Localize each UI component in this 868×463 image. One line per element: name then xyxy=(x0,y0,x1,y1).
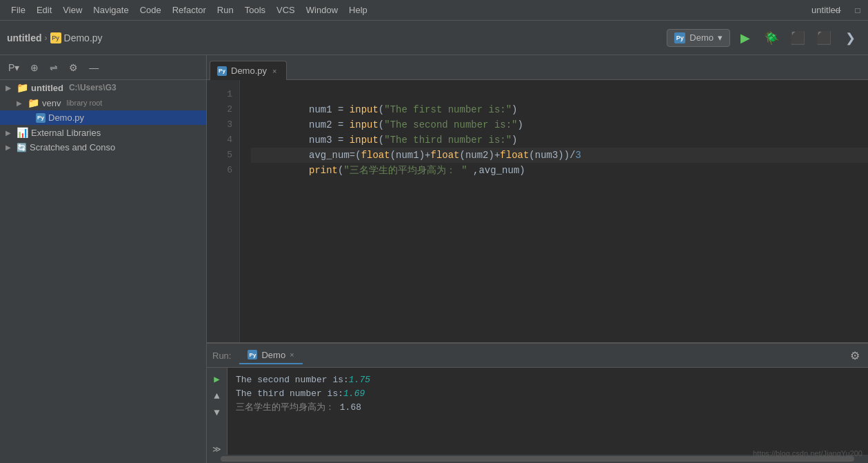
more-button[interactable]: ❯ xyxy=(839,27,861,49)
menu-vcs[interactable]: VCS xyxy=(271,2,301,18)
console-output: The second number is:1.75 The third numb… xyxy=(228,368,868,455)
menu-navigate[interactable]: Navigate xyxy=(88,2,134,18)
menu-refactor[interactable]: Refactor xyxy=(167,2,212,18)
tab-label: Demo.py xyxy=(231,66,267,76)
menu-bar: File Edit View Navigate Code Refactor Ru… xyxy=(0,0,868,21)
editor-tab-bar: Py Demo.py × xyxy=(207,55,868,80)
maximize-button[interactable]: □ xyxy=(847,0,868,21)
console-line-2: The third number is:1.69 xyxy=(236,387,860,401)
tree-meta-venv: library root xyxy=(66,99,102,107)
tree-item-untitled[interactable]: ▶ 📁 untitled C:\Users\G3 xyxy=(0,80,206,95)
folder-icon: 📁 xyxy=(28,97,39,108)
sidebar-settings-button[interactable]: ⚙ xyxy=(66,61,81,75)
menu-help[interactable]: Help xyxy=(343,2,373,18)
toolbar-right: Py Demo ▾ ▶ 🪲 ⬛ ⬛ ❯ xyxy=(667,27,861,49)
py-file-icon: Py xyxy=(36,113,46,123)
main-content: P▾ ⊕ ⇌ ⚙ — ▶ 📁 untitled C:\Users\G3 ▶ 📁 … xyxy=(0,55,868,463)
tree-item-demo-py[interactable]: Py Demo.py xyxy=(0,110,206,125)
line-num-1: 1 xyxy=(207,87,239,102)
tree-item-scratches[interactable]: ▶ 🔄 Scratches and Conso xyxy=(0,140,206,155)
menu-file[interactable]: File xyxy=(6,2,31,18)
console-line-3: 三名学生的平均身高为： 1.68 xyxy=(236,401,860,415)
tree-item-external-libs[interactable]: ▶ 📊 External Libraries xyxy=(0,125,206,140)
bottom-tab-close-button[interactable]: × xyxy=(290,351,294,359)
chevron-icon: ▶ xyxy=(6,84,14,92)
run-button[interactable]: ▶ xyxy=(734,27,756,49)
breadcrumb-project: untitled xyxy=(7,32,42,43)
console-avg-value: 1.68 xyxy=(334,402,361,413)
console-up-button[interactable]: ▲ xyxy=(214,391,219,402)
add-content-button[interactable]: ⊕ xyxy=(28,61,41,75)
step-over-button[interactable]: ⬛ xyxy=(787,27,809,49)
bottom-tab-bar: Run: Py Demo × ⚙ xyxy=(207,344,868,368)
bottom-tab-right: ⚙ xyxy=(847,346,862,365)
menu-edit[interactable]: Edit xyxy=(31,2,57,18)
folder-icon: 📁 xyxy=(17,82,28,93)
sidebar-collapse-button[interactable]: — xyxy=(86,61,101,75)
line-num-6: 6 xyxy=(207,163,239,178)
console-value-1: 1.75 xyxy=(349,375,370,385)
tab-close-button[interactable]: × xyxy=(272,67,276,75)
line-num-5: 5 xyxy=(207,148,239,163)
debug-button[interactable]: 🪲 xyxy=(760,27,783,49)
line-num-3: 3 xyxy=(207,117,239,132)
ext-lib-icon: 📊 xyxy=(17,127,28,138)
bottom-tab-py-icon: Py xyxy=(248,350,257,359)
tree-label-untitled: untitled xyxy=(31,83,63,93)
console-chinese-label: 三名学生的平均身高为： xyxy=(236,402,334,413)
code-content[interactable]: num1 = input("The first number is:") num… xyxy=(240,80,868,342)
tree-item-venv[interactable]: ▶ 📁 venv library root xyxy=(0,95,206,110)
console-value-2: 1.69 xyxy=(343,388,365,399)
minimize-button[interactable]: — xyxy=(827,0,847,21)
watermark: https://blog.csdn.net/JiangYu200 xyxy=(753,449,862,457)
config-dropdown-icon: ▾ xyxy=(718,32,723,43)
line-num-2: 2 xyxy=(207,102,239,117)
menu-tools[interactable]: Tools xyxy=(239,2,271,18)
scratch-icon: 🔄 xyxy=(17,143,27,152)
console-down-button[interactable]: ▼ xyxy=(214,407,219,418)
menu-window[interactable]: Window xyxy=(301,2,343,18)
window-controls: — □ xyxy=(827,0,868,21)
bottom-tab-label: Demo xyxy=(261,350,285,360)
breadcrumb-file: Demo.py xyxy=(64,32,103,43)
demo-py-tab-icon: Py xyxy=(50,32,61,43)
chevron-icon: ▶ xyxy=(6,129,14,137)
config-py-icon: Py xyxy=(674,32,685,43)
layout-button[interactable]: ⇌ xyxy=(47,61,61,75)
console-label-1: The second number is: xyxy=(236,375,349,385)
tree-label-venv: venv xyxy=(42,98,61,108)
code-editor[interactable]: 1 2 3 4 5 6 num1 = input("The first numb… xyxy=(207,80,868,342)
panel-selector-button[interactable]: P▾ xyxy=(6,61,22,75)
line-num-4: 4 xyxy=(207,132,239,148)
run-config-selector[interactable]: Py Demo ▾ xyxy=(667,29,730,47)
run-label: Run: xyxy=(212,351,231,361)
console-expand-button[interactable]: ≫ xyxy=(212,444,221,455)
tree-label-scratches: Scratches and Conso xyxy=(30,142,115,152)
breadcrumb: untitled › Py Demo.py xyxy=(7,32,663,43)
tab-py-icon: Py xyxy=(217,66,227,76)
chevron-icon: ▶ xyxy=(17,99,25,107)
toolbar: untitled › Py Demo.py Py Demo ▾ ▶ 🪲 ⬛ ⬛ … xyxy=(0,21,868,55)
stop-button[interactable]: ⬛ xyxy=(813,27,835,49)
console-label-2: The third number is: xyxy=(236,388,343,399)
console-controls: ▶ ▲ ▼ ≫ xyxy=(207,368,228,455)
chevron-icon: ▶ xyxy=(6,144,14,151)
menu-view[interactable]: View xyxy=(57,2,88,18)
menu-run[interactable]: Run xyxy=(212,2,239,18)
editor-area: Py Demo.py × 1 2 3 4 5 6 num1 = input("T… xyxy=(207,55,868,463)
bottom-tab-demo[interactable]: Py Demo × xyxy=(239,347,302,364)
console-play-icon[interactable]: ▶ xyxy=(214,373,219,385)
sidebar: P▾ ⊕ ⇌ ⚙ — ▶ 📁 untitled C:\Users\G3 ▶ 📁 … xyxy=(0,55,207,463)
console-settings-button[interactable]: ⚙ xyxy=(847,346,862,365)
line-numbers: 1 2 3 4 5 6 xyxy=(207,80,240,342)
tree-meta-untitled: C:\Users\G3 xyxy=(69,83,117,92)
console-content: ▶ ▲ ▼ ≫ The second number is:1.75 The th… xyxy=(207,368,868,455)
bottom-panel: Run: Py Demo × ⚙ ▶ ▲ ▼ ≫ xyxy=(207,342,868,463)
breadcrumb-separator: › xyxy=(45,33,48,43)
code-line-1: num1 = input("The first number is:") xyxy=(251,87,868,102)
sidebar-toolbar: P▾ ⊕ ⇌ ⚙ — xyxy=(0,55,206,80)
editor-tab-demo-py[interactable]: Py Demo.py × xyxy=(210,61,287,80)
file-tree: ▶ 📁 untitled C:\Users\G3 ▶ 📁 venv librar… xyxy=(0,80,206,463)
menu-code[interactable]: Code xyxy=(134,2,167,18)
tree-label-demo-py: Demo.py xyxy=(48,112,84,123)
